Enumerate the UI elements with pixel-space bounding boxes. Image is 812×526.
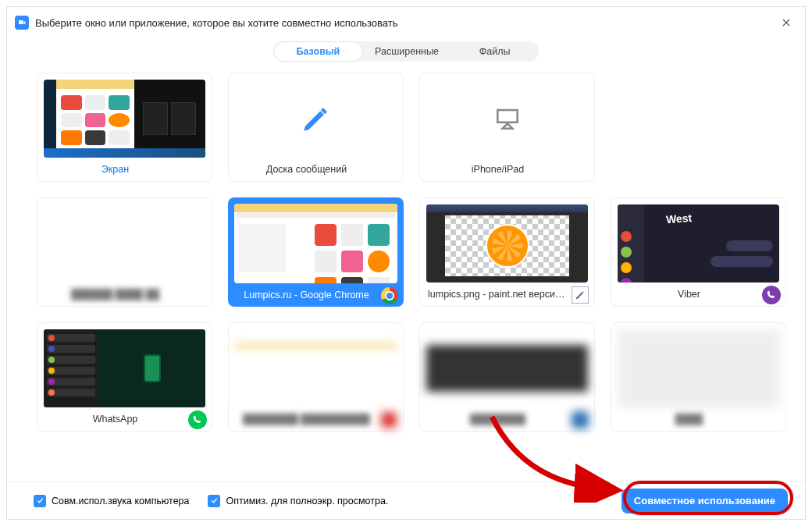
thumb-hidden-4 xyxy=(618,329,779,407)
card-chrome[interactable]: Lumpics.ru - Google Chrome xyxy=(228,197,404,307)
card-hidden-3-label: ████████ xyxy=(420,407,594,431)
card-screen-label: Экран xyxy=(37,158,212,181)
footer: Совм.испол.звука компьютера Оптимиз. для… xyxy=(7,482,805,519)
whatsapp-icon xyxy=(188,410,207,429)
card-hidden-1[interactable]: ██████ ████ ██ xyxy=(37,197,212,307)
card-screen[interactable]: Экран xyxy=(37,73,212,182)
share-grid: Экран Доска сообщений iPhone/iPad ██████… xyxy=(7,73,805,482)
thumb-chrome xyxy=(234,204,397,283)
zoom-logo-icon xyxy=(15,16,29,30)
thumb-screen xyxy=(44,80,205,158)
checkbox-share-audio[interactable]: Совм.испол.звука компьютера xyxy=(34,495,189,507)
card-paintnet-label: lumpics.png - paint.net версия 4... xyxy=(420,283,594,306)
card-whatsapp-label: WhatsApp xyxy=(37,407,212,431)
window-title: Выберите окно или приложение, которое вы… xyxy=(35,17,398,29)
row1-spacer xyxy=(611,73,786,182)
thumb-whiteboard xyxy=(235,80,397,158)
card-whatsapp[interactable]: WhatsApp xyxy=(37,322,212,432)
share-button[interactable]: Совместное использование xyxy=(621,489,788,514)
tab-advanced[interactable]: Расширенные xyxy=(363,41,451,62)
card-chrome-label: Lumpics.ru - Google Chrome xyxy=(228,283,404,307)
card-hidden-4-label: ████ xyxy=(611,407,785,431)
card-hidden-4[interactable]: ████ xyxy=(611,322,786,432)
viber-icon xyxy=(762,286,781,304)
hidden-3-icon xyxy=(571,410,589,429)
share-dialog: Выберите окно или приложение, которое вы… xyxy=(6,6,806,520)
thumb-iphone xyxy=(426,80,588,158)
card-hidden-2[interactable]: ████████ ██████████ xyxy=(228,322,404,432)
card-viber-label: Viber xyxy=(611,283,785,306)
pencil-icon xyxy=(300,102,333,135)
card-hidden-3[interactable]: ████████ xyxy=(419,322,595,432)
close-button[interactable] xyxy=(775,12,797,34)
thumb-viber: West xyxy=(618,204,779,283)
checkbox-optimize-label: Оптимиз. для полноэкр. просмотра. xyxy=(226,496,388,506)
card-hidden-1-label: ██████ ████ ██ xyxy=(37,283,212,306)
thumb-whatsapp xyxy=(44,329,205,407)
tabs: Базовый Расширенные Файлы xyxy=(273,41,539,62)
card-iphone-label: iPhone/iPad xyxy=(420,158,594,181)
card-whiteboard-label: Доска сообщений xyxy=(229,158,403,181)
paintnet-icon xyxy=(571,286,589,304)
card-paintnet[interactable]: lumpics.png - paint.net версия 4... xyxy=(419,197,595,307)
card-hidden-2-label: ████████ ██████████ xyxy=(229,407,403,431)
titlebar: Выберите окно или приложение, которое вы… xyxy=(7,7,805,35)
card-whiteboard[interactable]: Доска сообщений xyxy=(228,73,404,182)
chrome-icon xyxy=(380,286,399,305)
thumb-paintnet xyxy=(426,204,588,283)
card-iphone[interactable]: iPhone/iPad xyxy=(419,73,595,182)
checkbox-checked-icon xyxy=(208,495,220,507)
checkbox-checked-icon xyxy=(34,495,46,507)
thumb-hidden-1 xyxy=(44,204,205,283)
airplay-icon xyxy=(493,104,522,133)
card-viber[interactable]: West Viber xyxy=(611,197,786,307)
thumb-hidden-3 xyxy=(426,329,588,407)
checkbox-optimize-video[interactable]: Оптимиз. для полноэкр. просмотра. xyxy=(208,495,388,507)
close-icon xyxy=(781,17,792,28)
tab-basic[interactable]: Базовый xyxy=(273,41,363,62)
checkbox-share-audio-label: Совм.испол.звука компьютера xyxy=(52,496,189,506)
thumb-hidden-2 xyxy=(235,329,397,407)
tab-files[interactable]: Файлы xyxy=(451,41,539,62)
hidden-2-icon xyxy=(379,410,398,429)
